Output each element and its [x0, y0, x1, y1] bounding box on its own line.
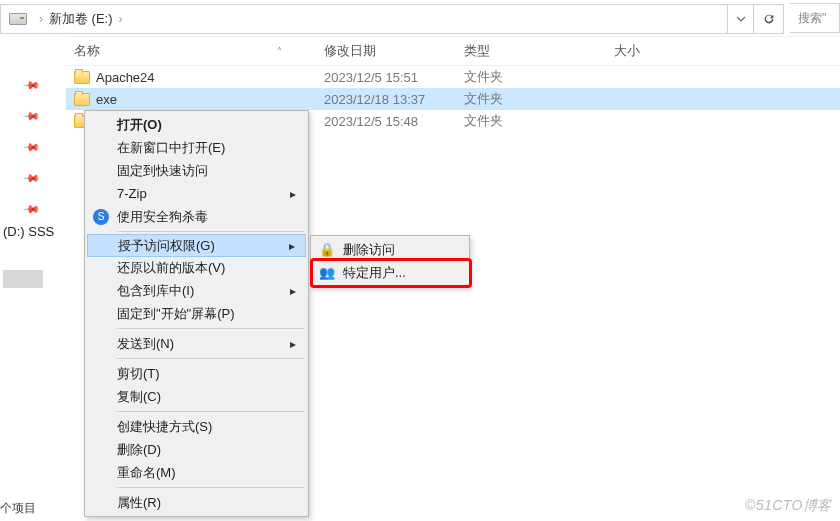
table-row[interactable]: Apache242023/12/5 15:51文件夹: [66, 66, 840, 88]
search-input[interactable]: 搜索": [790, 3, 840, 33]
menu-cut[interactable]: 剪切(T): [87, 362, 306, 385]
sidebar: 📌 📌 📌 📌 📌: [0, 36, 66, 225]
file-type: 文件夹: [464, 90, 614, 108]
chevron-right-icon: ▸: [290, 337, 296, 351]
refresh-icon: [762, 12, 776, 26]
chevron-right-icon: ▸: [290, 187, 296, 201]
search-placeholder: 搜索": [798, 10, 826, 27]
column-name[interactable]: 名称 ˄: [66, 42, 324, 60]
chevron-right-icon: ›: [119, 12, 123, 26]
menu-separator: [117, 328, 304, 329]
breadcrumb-item[interactable]: 新加卷 (E:): [49, 10, 113, 28]
submenu-grant-access: 🔒删除访问 👥特定用户...: [310, 235, 470, 287]
table-row[interactable]: exe2023/12/18 13:37文件夹: [66, 88, 840, 110]
file-name: Apache24: [96, 70, 155, 85]
file-date: 2023/12/5 15:51: [324, 70, 464, 85]
chevron-right-icon: ›: [39, 12, 43, 26]
file-name: exe: [96, 92, 117, 107]
column-size[interactable]: 大小: [614, 42, 714, 60]
pin-icon[interactable]: 📌: [21, 200, 40, 219]
menu-separator: [117, 231, 304, 232]
column-headers[interactable]: 名称 ˄ 修改日期 类型 大小: [66, 36, 840, 66]
menu-copy[interactable]: 复制(C): [87, 385, 306, 408]
menu-include-library[interactable]: 包含到库中(I)▸: [87, 279, 306, 302]
menu-delete[interactable]: 删除(D): [87, 438, 306, 461]
menu-7zip[interactable]: 7-Zip▸: [87, 182, 306, 205]
drive-icon: [9, 13, 27, 25]
menu-restore-previous[interactable]: 还原以前的版本(V): [87, 256, 306, 279]
menu-separator: [117, 358, 304, 359]
menu-grant-access[interactable]: 授予访问权限(G)▸: [87, 234, 306, 257]
menu-create-shortcut[interactable]: 创建快捷方式(S): [87, 415, 306, 438]
file-type: 文件夹: [464, 112, 614, 130]
context-menu: 打开(O) 在新窗口中打开(E) 固定到快速访问 7-Zip▸ S使用安全狗杀毒…: [84, 110, 309, 517]
menu-separator: [117, 411, 304, 412]
pin-icon[interactable]: 📌: [21, 76, 40, 95]
menu-open[interactable]: 打开(O): [87, 113, 306, 136]
lock-icon: 🔒: [319, 242, 335, 258]
users-icon: 👥: [319, 265, 335, 281]
file-date: 2023/12/5 15:48: [324, 114, 464, 129]
menu-open-new-window[interactable]: 在新窗口中打开(E): [87, 136, 306, 159]
menu-separator: [117, 487, 304, 488]
pin-icon[interactable]: 📌: [21, 107, 40, 126]
chevron-right-icon: ▸: [290, 284, 296, 298]
submenu-specific-users[interactable]: 👥特定用户...: [313, 261, 467, 284]
sort-indicator-icon: ˄: [277, 46, 282, 57]
folder-icon: [74, 71, 90, 84]
chevron-right-icon: ▸: [289, 239, 295, 253]
menu-pin-start[interactable]: 固定到"开始"屏幕(P): [87, 302, 306, 325]
breadcrumb[interactable]: › 新加卷 (E:) ›: [1, 5, 727, 33]
menu-send-to[interactable]: 发送到(N)▸: [87, 332, 306, 355]
menu-rename[interactable]: 重命名(M): [87, 461, 306, 484]
sidebar-item-drive[interactable]: (D:) SSS: [3, 224, 54, 239]
pin-icon[interactable]: 📌: [21, 169, 40, 188]
column-date[interactable]: 修改日期: [324, 42, 464, 60]
menu-pin-quick-access[interactable]: 固定到快速访问: [87, 159, 306, 182]
file-date: 2023/12/18 13:37: [324, 92, 464, 107]
menu-properties[interactable]: 属性(R): [87, 491, 306, 514]
address-dropdown[interactable]: [727, 5, 753, 33]
menu-safedog-scan[interactable]: S使用安全狗杀毒: [87, 205, 306, 228]
submenu-remove-access[interactable]: 🔒删除访问: [313, 238, 467, 261]
file-type: 文件夹: [464, 68, 614, 86]
shield-icon: S: [93, 209, 109, 225]
refresh-button[interactable]: [753, 5, 783, 33]
column-type[interactable]: 类型: [464, 42, 614, 60]
folder-icon: [74, 93, 90, 106]
sidebar-divider: [3, 270, 43, 288]
address-bar[interactable]: › 新加卷 (E:) ›: [0, 4, 784, 34]
pin-icon[interactable]: 📌: [21, 138, 40, 157]
chevron-down-icon: [736, 14, 746, 24]
watermark: ©51CTO博客: [745, 497, 832, 515]
status-bar: 个项目: [0, 500, 36, 517]
